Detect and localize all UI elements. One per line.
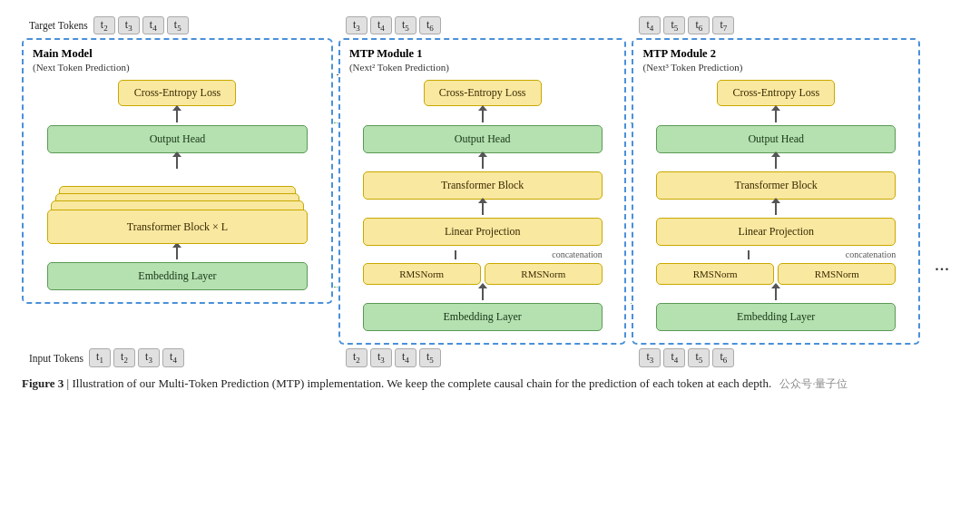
token: t2	[93, 16, 115, 34]
mtp1-rmsnorm-row: RMSNorm RMSNorm	[363, 263, 603, 285]
token: t4	[639, 16, 661, 34]
token: t2	[346, 348, 368, 366]
arrow	[176, 156, 178, 169]
mtp2-target-tokens: t4 t5 t6 t7	[632, 16, 926, 34]
arrow	[482, 156, 484, 169]
main-loss-row: Cross-Entropy Loss	[33, 80, 322, 106]
token: t5	[167, 16, 189, 34]
token: t4	[663, 348, 685, 366]
token: t4	[370, 16, 392, 34]
token: t5	[395, 16, 416, 34]
mtp2-output-head: Output Head	[656, 125, 896, 153]
mtp1-subtitle: (Next² Token Prediction)	[349, 62, 449, 73]
arrow	[482, 288, 484, 300]
mtp1-title: MTP Module 1	[349, 47, 423, 61]
arrow	[176, 110, 178, 122]
mtp2-subtitle: (Next³ Token Prediction)	[642, 62, 742, 73]
target-tokens-area: Target Tokens t2 t3 t4 t5 t3 t4 t5 t6 t4…	[22, 16, 958, 34]
arrow	[482, 202, 484, 215]
arrow	[176, 247, 178, 259]
target-tokens-label: Target Tokens	[29, 20, 88, 31]
mtp2-concat-label: concatenation	[846, 249, 897, 259]
token: t3	[370, 348, 392, 366]
mtp2-linear: Linear Projection	[656, 218, 896, 246]
ellipsis: ...	[926, 38, 958, 345]
concat-label: concatenation	[552, 249, 603, 259]
figure-caption: Figure 3 | Illustration of our Multi-Tok…	[22, 375, 958, 393]
token: t6	[419, 16, 441, 34]
arrow	[775, 288, 777, 300]
mtp1-output-head: Output Head	[363, 125, 603, 153]
arrow	[775, 156, 777, 169]
token: t3	[346, 16, 368, 34]
mtp1-target-tokens: t3 t4 t5 t6	[338, 16, 632, 34]
main-model-col: Main Model (Next Token Prediction) Cross…	[22, 38, 333, 345]
main-target-tokens: Target Tokens t2 t3 t4 t5	[22, 16, 338, 34]
token: t5	[419, 348, 441, 366]
token: t4	[162, 348, 184, 366]
token: t2	[113, 348, 135, 366]
main-model-subtitle: (Next Token Prediction)	[33, 62, 130, 73]
mtp2-title: MTP Module 2	[642, 47, 716, 61]
mtp1-embedding: Embedding Layer	[363, 303, 603, 331]
token: t1	[89, 348, 111, 366]
mtp1-loss-box: Cross-Entropy Loss	[424, 80, 542, 106]
mtp1-rmsnorm1: RMSNorm	[363, 263, 481, 285]
mtp2-box: MTP Module 2 (Next³ Token Prediction) Cr…	[632, 38, 920, 345]
watermark: 公众号·量子位	[779, 376, 848, 392]
input-tokens-area: Input Tokens t1 t2 t3 t4 t2 t3 t4 t5 t3 …	[22, 348, 958, 366]
token: t6	[712, 348, 734, 366]
mtp1-loss-row: Cross-Entropy Loss	[349, 80, 616, 106]
token: t7	[712, 16, 734, 34]
concat-area: concatenation	[363, 249, 603, 259]
token: t5	[663, 16, 685, 34]
mtp2-rmsnorm2: RMSNorm	[778, 263, 896, 285]
token: t4	[142, 16, 164, 34]
token: t5	[688, 348, 710, 366]
mtp1-box: MTP Module 1 (Next² Token Prediction) Cr…	[338, 38, 627, 345]
mtp2-transformer: Transformer Block	[656, 171, 896, 200]
token: t3	[118, 16, 140, 34]
mtp2-embedding: Embedding Layer	[656, 303, 896, 331]
main-input-tokens: Input Tokens t1 t2 t3 t4	[22, 348, 338, 366]
mtp2-loss-box: Cross-Entropy Loss	[717, 80, 835, 106]
mtp2-loss-row: Cross-Entropy Loss	[642, 80, 909, 106]
mtp2-concat-area: concatenation	[656, 249, 896, 259]
token: t6	[688, 16, 710, 34]
mtp1-col: MTP Module 1 (Next² Token Prediction) Cr…	[338, 38, 627, 345]
main-model-box: Main Model (Next Token Prediction) Cross…	[22, 38, 333, 304]
token: t3	[138, 348, 160, 366]
arrow	[482, 110, 484, 122]
arrow	[775, 110, 777, 122]
transformer-block-main: Transformer Block × L	[47, 210, 308, 244]
main-transformer-stack: Transformer Block × L	[47, 171, 308, 244]
mtp1-rmsnorm2: RMSNorm	[485, 263, 603, 285]
main-model-title: Main Model	[33, 47, 93, 61]
caption-text: Illustration of our Multi-Token Predicti…	[72, 376, 771, 390]
diagram-container: Target Tokens t2 t3 t4 t5 t3 t4 t5 t6 t4…	[22, 16, 958, 392]
mtp2-col: MTP Module 2 (Next³ Token Prediction) Cr…	[632, 38, 920, 345]
main-embedding: Embedding Layer	[47, 262, 308, 290]
main-output-head: Output Head	[47, 125, 308, 153]
figure-label: Figure 3	[22, 376, 64, 390]
arrow	[775, 202, 777, 215]
modules-row: Main Model (Next Token Prediction) Cross…	[22, 38, 958, 345]
mtp2-input-tokens: t3 t4 t5 t6	[632, 348, 926, 366]
mtp1-linear: Linear Projection	[363, 218, 603, 246]
main-loss-box: Cross-Entropy Loss	[118, 80, 236, 106]
mtp2-rmsnorm1: RMSNorm	[656, 263, 774, 285]
mtp2-rmsnorm-row: RMSNorm RMSNorm	[656, 263, 896, 285]
token: t3	[639, 348, 661, 366]
token: t4	[395, 348, 416, 366]
mtp1-input-tokens: t2 t3 t4 t5	[338, 348, 632, 366]
mtp1-transformer: Transformer Block	[363, 171, 603, 200]
input-tokens-label: Input Tokens	[29, 353, 83, 364]
